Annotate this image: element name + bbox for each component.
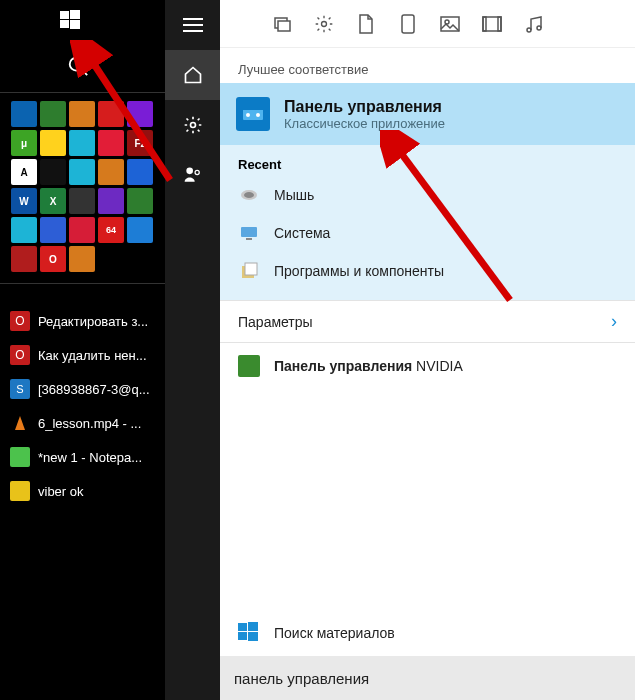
svg-rect-21 — [498, 17, 501, 31]
svg-point-26 — [246, 113, 250, 117]
svg-rect-36 — [238, 632, 247, 640]
store-icon — [238, 622, 260, 644]
taskbar: μ Fz A W X 64 O O Редактировать з... O К… — [0, 0, 165, 700]
app-icon[interactable] — [98, 188, 124, 214]
svg-rect-20 — [483, 17, 486, 31]
svg-rect-37 — [248, 632, 258, 641]
app-icon[interactable] — [69, 130, 95, 156]
app-icon[interactable] — [98, 130, 124, 156]
app-icon[interactable] — [69, 159, 95, 185]
app-icon[interactable]: Fz — [127, 130, 153, 156]
cortana-sidebar — [165, 0, 220, 700]
svg-marker-6 — [15, 416, 25, 430]
app-icon[interactable] — [69, 246, 95, 272]
search-input[interactable] — [234, 670, 621, 687]
folder-icon — [10, 481, 30, 501]
filter-folders-icon[interactable] — [396, 12, 420, 36]
app-icon[interactable]: μ — [11, 130, 37, 156]
recent-item-programs[interactable]: Программы и компоненты — [220, 252, 635, 290]
svg-rect-31 — [246, 238, 252, 240]
search-icon[interactable] — [58, 46, 98, 86]
app-icon[interactable]: A — [11, 159, 37, 185]
chevron-right-icon: › — [611, 311, 617, 332]
app-icon[interactable] — [40, 217, 66, 243]
app-icon[interactable] — [11, 246, 37, 272]
svg-point-22 — [527, 28, 531, 32]
task-item[interactable]: S [368938867-3@q... — [0, 372, 165, 406]
search-results-panel: Лучшее соответствие Панель управления Кл… — [220, 0, 635, 700]
task-item[interactable]: *new 1 - Notepa... — [0, 440, 165, 474]
app-icon[interactable] — [40, 159, 66, 185]
app-icon[interactable] — [11, 101, 37, 127]
feedback-icon[interactable] — [165, 150, 220, 200]
filter-photos-icon[interactable] — [438, 12, 462, 36]
app-icon[interactable] — [127, 217, 153, 243]
app-icon[interactable] — [127, 159, 153, 185]
filter-apps-icon[interactable] — [270, 12, 294, 36]
taskbar-running-list: O Редактировать з... O Как удалить нен..… — [0, 304, 165, 508]
windows-logo-icon[interactable] — [50, 0, 90, 40]
filter-documents-icon[interactable] — [354, 12, 378, 36]
result-nvidia[interactable]: Панель управления NVIDIA — [220, 343, 635, 389]
task-item[interactable]: O Как удалить нен... — [0, 338, 165, 372]
task-item[interactable]: O Редактировать з... — [0, 304, 165, 338]
skype-icon: S — [10, 379, 30, 399]
hamburger-icon[interactable] — [165, 0, 220, 50]
mouse-icon — [238, 184, 260, 206]
svg-point-29 — [244, 192, 254, 198]
store-search-row[interactable]: Поиск материалов — [220, 610, 635, 656]
recent-item-system[interactable]: Система — [220, 214, 635, 252]
task-item[interactable]: viber ok — [0, 474, 165, 508]
filter-settings-icon[interactable] — [312, 12, 336, 36]
svg-point-11 — [186, 168, 193, 175]
filter-videos-icon[interactable] — [480, 12, 504, 36]
app-icon[interactable]: O — [40, 246, 66, 272]
svg-point-4 — [70, 58, 83, 71]
app-icon[interactable] — [127, 188, 153, 214]
svg-rect-30 — [241, 227, 257, 237]
svg-point-12 — [195, 170, 199, 174]
app-icon[interactable] — [69, 217, 95, 243]
app-icon[interactable]: X — [40, 188, 66, 214]
recent-item-mouse[interactable]: Мышь — [220, 176, 635, 214]
opera-icon: O — [10, 311, 30, 331]
svg-point-15 — [322, 21, 327, 26]
pinned-apps-grid: μ Fz A W X 64 O — [8, 101, 164, 275]
svg-rect-35 — [248, 622, 258, 631]
app-icon[interactable]: W — [11, 188, 37, 214]
best-match-header: Лучшее соответствие — [220, 48, 635, 83]
best-match-result[interactable]: Панель управления Классическое приложени… — [220, 83, 635, 145]
notepad-icon — [10, 447, 30, 467]
svg-rect-14 — [278, 21, 290, 31]
vlc-icon — [10, 413, 30, 433]
home-icon[interactable] — [165, 50, 220, 100]
svg-rect-0 — [60, 11, 69, 19]
filter-music-icon[interactable] — [522, 12, 546, 36]
svg-point-27 — [256, 113, 260, 117]
app-icon[interactable] — [11, 217, 37, 243]
programs-icon — [238, 260, 260, 282]
app-icon[interactable] — [69, 101, 95, 127]
app-icon[interactable] — [98, 101, 124, 127]
best-title: Панель управления — [284, 98, 445, 116]
svg-rect-34 — [238, 623, 247, 631]
app-icon[interactable] — [40, 101, 66, 127]
app-icon[interactable] — [127, 101, 153, 127]
app-icon[interactable] — [69, 188, 95, 214]
filter-row — [220, 0, 635, 48]
svg-rect-16 — [402, 15, 414, 33]
app-icon[interactable] — [40, 130, 66, 156]
app-icon[interactable]: 64 — [98, 217, 124, 243]
best-subtitle: Классическое приложение — [284, 116, 445, 131]
search-input-row — [220, 656, 635, 700]
control-panel-icon — [236, 97, 270, 131]
app-icon[interactable] — [98, 159, 124, 185]
gear-icon[interactable] — [165, 100, 220, 150]
svg-rect-2 — [60, 20, 69, 28]
svg-point-23 — [537, 26, 541, 30]
svg-point-10 — [190, 123, 195, 128]
task-item[interactable]: 6_lesson.mp4 - ... — [0, 406, 165, 440]
svg-rect-25 — [243, 106, 263, 110]
settings-header-row[interactable]: Параметры › — [220, 300, 635, 343]
nvidia-icon — [238, 355, 260, 377]
